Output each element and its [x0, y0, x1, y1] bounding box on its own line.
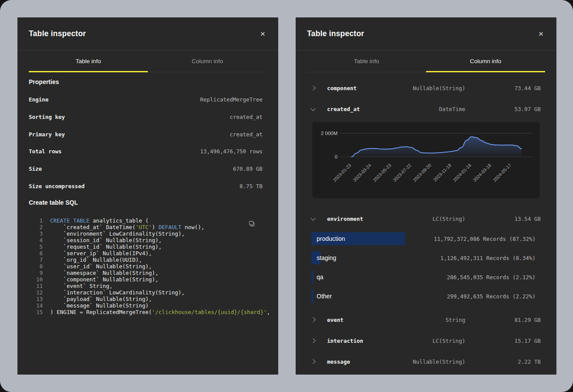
column-type: LC(String)	[378, 338, 465, 344]
property-label: Total rows	[29, 148, 61, 155]
create-table-sql-heading: Create table SQL	[29, 199, 263, 206]
column-type: Nullable(String)	[378, 85, 465, 91]
tab-table-info[interactable]: Table info	[307, 51, 426, 72]
column-row-interaction[interactable]: interaction LC(String) 15.17 GB	[296, 330, 556, 351]
code-line: 9 `namespace` Nullable(String),	[29, 270, 263, 276]
column-row-component[interactable]: component Nullable(String) 73.44 GB	[296, 78, 556, 98]
close-icon[interactable]: ×	[537, 29, 545, 39]
env-value-bar	[311, 270, 314, 284]
column-type: LC(String)	[378, 216, 465, 222]
env-value-records: 1,126,492,311 Records (8.34%)	[440, 248, 535, 267]
code-line: 15) ENGINE = ReplicatedMergeTree('/click…	[29, 309, 263, 315]
column-name: message	[327, 358, 378, 365]
env-value-row-staging: staging 1,126,492,311 Records (8.34%)	[311, 248, 541, 267]
column-name: created_at	[327, 106, 378, 112]
modal-title: Table inspector	[29, 29, 86, 38]
code-line: 5 `request_id` Nullable(String),	[29, 243, 263, 250]
env-value-row-production: production 11,792,372,086 Records (87.32…	[311, 229, 541, 248]
code-line: 4 `session_id` Nullable(String),	[29, 237, 263, 243]
env-value-label: Other	[317, 287, 332, 306]
column-name: component	[327, 85, 378, 91]
created-at-distribution-chart: 2 000M02023-01-232023-03-242023-05-23202…	[312, 122, 540, 198]
code-line: 6 `server_ip` Nullable(IPv4),	[29, 250, 263, 257]
property-value: created_at	[230, 114, 263, 120]
properties-heading: Properties	[29, 78, 263, 85]
tab-bar: Table info Column info	[29, 51, 267, 72]
svg-text:2023-09-20: 2023-09-20	[412, 162, 432, 183]
table-info-content: Properties Engine ReplicatedMergeTree So…	[17, 78, 278, 315]
property-row-primary-key: Primary key created_at	[29, 125, 263, 143]
svg-text:2023-11-19: 2023-11-19	[432, 162, 452, 182]
svg-text:2023-05-23: 2023-05-23	[372, 162, 392, 183]
column-size: 2.22 TB	[465, 358, 541, 365]
column-size: 81.29 GB	[465, 317, 541, 323]
code-line: 10 `component` Nullable(String),	[29, 276, 263, 283]
modal-header: Table inspector ×	[296, 17, 556, 51]
tab-column-info[interactable]: Column info	[148, 51, 267, 72]
modal-header: Table inspector ×	[17, 17, 278, 51]
code-line: 3 `environment` LowCardinality(String),	[29, 230, 263, 237]
column-name: interaction	[327, 338, 378, 344]
column-type: String	[378, 317, 465, 323]
property-row-size-uncompressed: Size uncompressed 8.75 TB	[29, 177, 263, 195]
property-row-sorting-key: Sorting key created_at	[29, 108, 263, 126]
property-label: Size uncompressed	[29, 183, 85, 189]
sql-code-block: 1CREATE TABLE analytics_table (2 `create…	[29, 216, 263, 315]
column-row-message[interactable]: message Nullable(String) 2.22 TB	[296, 351, 556, 372]
property-row-engine: Engine ReplicatedMergeTree	[29, 91, 263, 108]
env-value-label: qa	[317, 267, 324, 287]
svg-text:2023-07-22: 2023-07-22	[392, 162, 413, 183]
env-value-label: staging	[317, 248, 336, 267]
property-row-total-rows: Total rows 13,496,476,750 rows	[29, 143, 263, 160]
column-size: 73.44 GB	[465, 85, 541, 91]
desktop-background: Table inspector × Table info Column info…	[0, 0, 573, 392]
svg-text:2024-03-18: 2024-03-18	[472, 162, 492, 183]
sql-code-lines: 1CREATE TABLE analytics_table (2 `create…	[29, 217, 263, 315]
property-row-size: Size 670.89 GB	[29, 160, 263, 178]
property-label: Size	[29, 166, 42, 172]
column-row-created-at[interactable]: created_at DateTime 53.97 GB	[296, 98, 556, 119]
svg-text:0: 0	[335, 154, 338, 159]
column-row-environment[interactable]: environment LC(String) 13.54 GB	[296, 208, 556, 229]
tab-bar: Table info Column info	[307, 51, 545, 72]
column-type: Nullable(String)	[378, 358, 465, 365]
env-value-records: 11,792,372,086 Records (87.32%)	[434, 229, 535, 248]
chevron-down-icon	[311, 218, 327, 220]
code-line: 1CREATE TABLE analytics_table (	[29, 217, 263, 224]
property-label: Sorting key	[29, 114, 65, 120]
column-size: 13.54 GB	[465, 216, 541, 222]
column-name: event	[327, 317, 378, 323]
column-info-content: component Nullable(String) 73.44 GB crea…	[296, 72, 556, 372]
env-value-records: 286,545,035 Records (2.12%)	[447, 267, 535, 287]
property-value: 13,496,476,750 rows	[200, 148, 263, 155]
property-value: 670.89 GB	[233, 166, 263, 172]
property-value: ReplicatedMergeTree	[200, 96, 263, 103]
env-value-bar	[311, 290, 314, 303]
table-inspector-modal-table-info: Table inspector × Table info Column info…	[17, 17, 278, 375]
property-label: Engine	[29, 96, 48, 103]
tab-table-info[interactable]: Table info	[29, 51, 148, 72]
table-inspector-modal-column-info: Table inspector × Table info Column info…	[296, 17, 556, 375]
chevron-right-icon	[311, 86, 327, 90]
column-row-event[interactable]: event String 81.29 GB	[296, 309, 556, 330]
code-line: 14 `message` Nullable(String)	[29, 302, 263, 309]
chevron-right-icon	[311, 318, 327, 321]
property-value: created_at	[230, 131, 263, 138]
code-line: 2 `created_at` DateTime('UTC') DEFAULT n…	[29, 224, 263, 230]
code-line: 13 `payload` Nullable(String),	[29, 296, 263, 302]
env-value-label: production	[317, 229, 345, 248]
svg-text:2 000M: 2 000M	[321, 131, 338, 136]
modal-title: Table inspector	[307, 29, 364, 38]
code-line: 7 `org_id` Nullable(UUID),	[29, 257, 263, 263]
svg-text:2023-01-23: 2023-01-23	[332, 162, 352, 183]
svg-text:2024-05-17: 2024-05-17	[492, 162, 512, 183]
svg-text:2023-03-24: 2023-03-24	[352, 162, 372, 183]
property-label: Primary key	[29, 131, 65, 138]
env-value-row-qa: qa 286,545,035 Records (2.12%)	[311, 267, 541, 287]
column-size: 15.17 GB	[465, 338, 541, 344]
column-name: environment	[327, 216, 378, 222]
copy-icon[interactable]	[248, 220, 256, 229]
column-type: DateTime	[378, 106, 465, 112]
close-icon[interactable]: ×	[259, 29, 267, 39]
tab-column-info[interactable]: Column info	[426, 51, 545, 72]
